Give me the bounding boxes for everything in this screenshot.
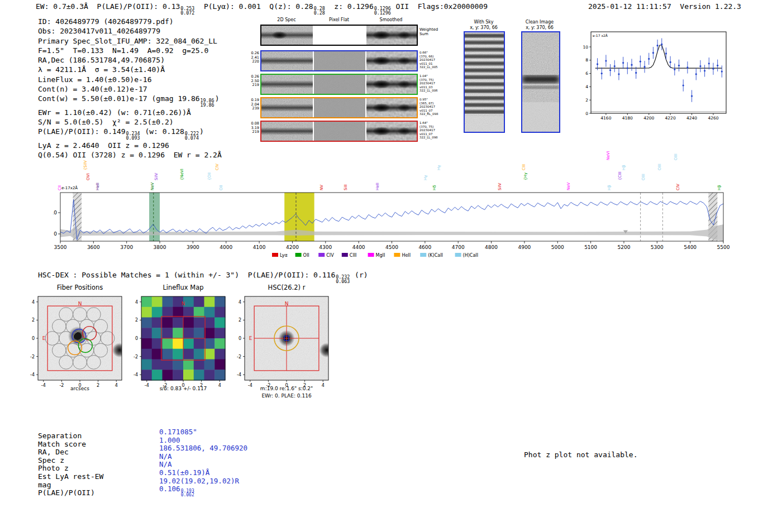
match-table-value: N/A [159, 452, 172, 461]
text-segment: 1.000 [159, 436, 180, 444]
summary-header: EW: 0.7±0.3Å P(LAE)/P(OII): 0.130.2530.0… [36, 2, 488, 15]
text-segment: ) [215, 94, 220, 103]
fraction-stack: 0.1930.062 [180, 489, 195, 497]
emission-line-label: OVI [86, 174, 90, 180]
svg-text:4160: 4160 [600, 116, 611, 121]
spec2d-row-note: 0.66"(370, 66)20230417v011_01322_LL_005 [419, 51, 445, 69]
spec2d-strip-row [260, 50, 418, 71]
fraction-stack: 0.2320.063 [335, 275, 350, 284]
legend-label: HeII [402, 253, 411, 258]
spec2d-strip-row [260, 97, 418, 118]
text-segment: (r) [350, 271, 368, 279]
svg-text:8: 8 [585, 57, 588, 63]
svg-text:5000: 5000 [551, 245, 564, 250]
text-segment: 19.02(19.02,19.02)R [159, 477, 239, 485]
svg-text:-4: -4 [237, 372, 241, 377]
fraction-stack: 0.2220.074 [184, 132, 199, 141]
match-table-label: RA, Dec [38, 448, 69, 456]
legend-label: (K)CaII [428, 253, 443, 258]
text-segment: ID: 4026489779 (4026489779.pdf) [38, 17, 174, 26]
weighted-sum-label: WeightedSum [419, 27, 438, 36]
spec2d-strip [366, 51, 417, 70]
svg-text:0: 0 [285, 383, 288, 388]
emission-line-label: {NeVI [180, 169, 184, 180]
text-segment: Primary Spec_Slot_IFU_AMP: 322_084_062_L… [38, 37, 217, 45]
emission-line-label: CIV [676, 184, 680, 190]
svg-text:4600: 4600 [418, 245, 431, 250]
text-segment: 0.171085" [159, 428, 197, 436]
text-segment: EW: 0.7±0.3Å P(LAE)/P(OII): 0.13 [36, 2, 180, 11]
svg-text:5500: 5500 [717, 245, 730, 250]
svg-text:-2: -2 [30, 354, 35, 360]
spec2d-strip-row [260, 74, 418, 95]
emission-line-label: CIV [215, 164, 220, 170]
legend-swatch [295, 253, 302, 257]
emission-line-label: OIII [641, 174, 646, 180]
clean-image [522, 32, 559, 132]
emission-line-label: SiII [344, 184, 348, 190]
match-table-label: Photo z [38, 464, 69, 472]
match-table: Separation0.171085"Match score1.000RA, D… [38, 428, 278, 506]
emission-line-label: {Hγ [523, 172, 528, 180]
match-table-value: 0.1060.1930.062 [159, 485, 195, 497]
photz-note: Phot z plot not available. [524, 450, 638, 459]
svg-text:3700: 3700 [120, 245, 133, 250]
north-label: N [182, 301, 185, 306]
svg-text:-4: -4 [30, 372, 35, 377]
fraction-stack: 19.8619.86 [200, 99, 215, 108]
emission-line-label: Hγ [423, 175, 428, 180]
hsc-cutout-panel: NE-4-4-2-2002244 [226, 293, 332, 399]
legend-label: Lyα [280, 253, 288, 258]
legend-label: MgII [376, 253, 385, 258]
text-segment: Obs: 20230417v011_4026489779 [38, 27, 160, 35]
text-segment: 0.51(±0.19)Å [159, 468, 209, 477]
text-segment: z: 0.1296 [326, 2, 374, 11]
spec2d-strip [366, 75, 417, 94]
lineflux-map-title: Lineflux Map [130, 284, 236, 291]
spec2d-col-title: 2D Spec [260, 17, 313, 22]
svg-text:2: 2 [303, 383, 306, 388]
lineflux-map-panel: N-4-4-2-2002244 [122, 293, 228, 399]
svg-text:4: 4 [218, 383, 221, 388]
spec2d-strip [261, 75, 313, 94]
spec2d-strip [314, 75, 365, 94]
fraction-stack: 0.12960.1296 [374, 7, 392, 16]
spec2d-strip [261, 98, 313, 117]
fraction-stack: 0.280.28 [313, 7, 326, 16]
svg-text:e-17x2Å: e-17x2Å [61, 185, 78, 190]
svg-text:2: 2 [200, 383, 203, 388]
svg-text:-2: -2 [59, 383, 64, 388]
match-table-value: 1.000 [159, 436, 180, 444]
spec2d-strip [261, 51, 313, 70]
info-line: LineFlux = 1.40(±0.50)e-16 [38, 75, 222, 84]
text-segment: EWr = 1.10(±0.42) (w: 0.71(±0.26))Å [38, 108, 191, 117]
text-segment: 186.531806, 49.706920 [159, 444, 247, 452]
emission-line-label: OII [219, 185, 223, 190]
text-segment: S/N = 5.0(±0.5) χ² = 2.5(±0.2) [38, 118, 174, 126]
emission-line-label: Hγ [437, 165, 441, 170]
svg-text:4: 4 [239, 300, 241, 305]
emission-line-label: SiIV [498, 183, 502, 190]
legend-label: CIII [350, 253, 357, 258]
svg-text:5200: 5200 [617, 245, 630, 250]
info-line: EWr = 1.10(±0.42) (w: 0.71(±0.26))Å [38, 108, 222, 117]
text-segment: LineFlux = 1.40(±0.50)e-16 [38, 75, 152, 84]
text-segment: 0.106 [159, 485, 180, 493]
svg-text:4200: 4200 [643, 116, 654, 121]
svg-text:-4: -4 [41, 383, 46, 388]
svg-text:6: 6 [585, 71, 588, 76]
match-table-label: Est LyA rest-EW [38, 472, 103, 481]
fiber-positions-title: Fiber Positions [27, 284, 133, 291]
withsky-title: With Skyx, y: 370, 66 [462, 20, 505, 30]
spec2d-strip [314, 98, 365, 117]
svg-text:3600: 3600 [87, 245, 100, 250]
svg-text:0: 0 [32, 336, 35, 341]
spec2d-strip-row [260, 121, 418, 142]
emission-line-label: Hβ [717, 185, 722, 190]
hsc-match-summary: HSC-DEX : Possible Matches = 1 (within +… [38, 270, 368, 284]
svg-text:4900: 4900 [518, 245, 531, 250]
east-label: E [249, 336, 252, 341]
match-table-value: 0.171085" [159, 428, 197, 436]
legend-swatch [420, 253, 426, 257]
spec2d-row-stats: 0.192.04239 [245, 98, 259, 111]
